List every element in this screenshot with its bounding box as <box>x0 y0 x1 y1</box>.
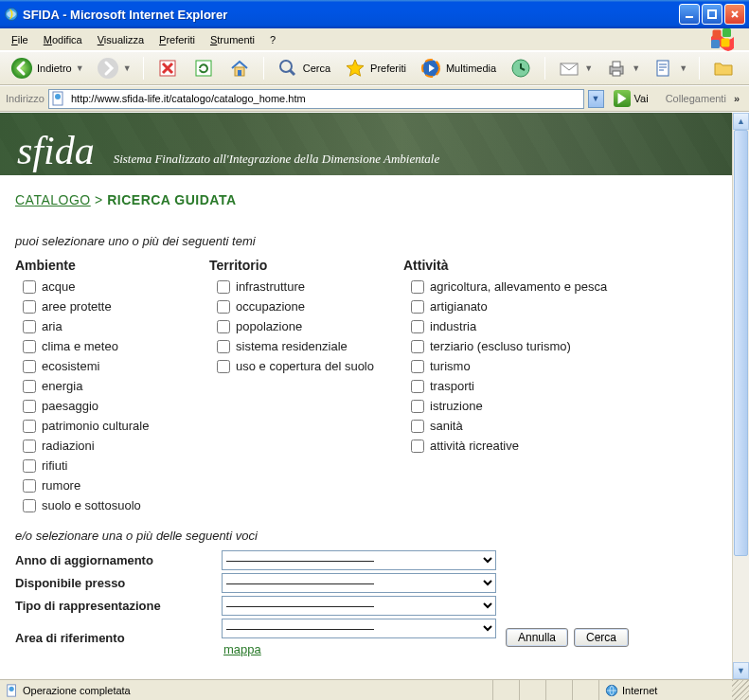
checkbox-ambiente[interactable] <box>23 340 36 353</box>
checkbox-label[interactable]: artigianato <box>430 298 488 315</box>
links-label[interactable]: Collegamenti <box>658 93 726 104</box>
checkbox-ambiente[interactable] <box>23 300 36 314</box>
checkbox-label[interactable]: infrastrutture <box>236 278 305 296</box>
checkbox-attivita[interactable] <box>411 380 424 393</box>
checkbox-label[interactable]: popolazione <box>236 318 302 335</box>
mappa-link[interactable]: mappa <box>223 642 261 656</box>
checkbox-label[interactable]: sanità <box>430 418 463 435</box>
checkbox-attivita[interactable] <box>411 320 424 333</box>
checkbox-territorio[interactable] <box>217 300 230 314</box>
checkbox-attivita[interactable] <box>411 300 424 314</box>
checkbox-ambiente[interactable] <box>23 360 36 373</box>
checkbox-ambiente[interactable] <box>23 400 36 413</box>
checkbox-attivita[interactable] <box>411 280 424 294</box>
stop-button[interactable] <box>152 54 184 82</box>
menu-strumenti[interactable]: Strumenti <box>203 31 262 48</box>
checkbox-label[interactable]: istruzione <box>430 398 483 415</box>
window-close-button[interactable] <box>724 4 745 25</box>
checkbox-label[interactable]: sistema residenziale <box>236 338 348 355</box>
menu-preferiti[interactable]: Preferiti <box>152 31 203 48</box>
checkbox-label[interactable]: occupazione <box>236 298 305 315</box>
window-maximize-button[interactable] <box>702 4 722 25</box>
menu-modifica[interactable]: Modifica <box>36 31 90 48</box>
checkbox-attivita[interactable] <box>411 400 424 413</box>
select-disponibile[interactable]: ————————————— <box>222 573 496 593</box>
discuss-button[interactable] <box>707 54 740 82</box>
menu-help[interactable]: ? <box>262 31 283 48</box>
checkbox-label[interactable]: terziario (escluso turismo) <box>430 338 571 355</box>
select-tipo[interactable]: ————————————— <box>222 596 496 616</box>
history-button[interactable] <box>505 54 537 82</box>
checkbox-label[interactable]: agricoltura, allevamento e pesca <box>430 278 607 296</box>
checkbox-label[interactable]: industria <box>430 318 476 335</box>
mail-button[interactable]: ▼ <box>553 54 597 82</box>
checkbox-label[interactable]: paesaggio <box>42 398 98 415</box>
checkbox-attivita[interactable] <box>411 360 424 373</box>
messenger-button[interactable] <box>743 54 749 82</box>
scrollbar-track[interactable] <box>733 130 749 662</box>
checkbox-ambiente[interactable] <box>23 380 36 393</box>
home-button[interactable] <box>223 54 256 82</box>
checkbox-label[interactable]: attività ricreative <box>430 438 519 455</box>
chevron-down-icon[interactable]: ▼ <box>123 63 131 73</box>
checkbox-label[interactable]: uso e copertura del suolo <box>236 358 374 375</box>
menu-file[interactable]: File <box>4 31 36 48</box>
chevron-down-icon[interactable]: ▼ <box>76 63 83 73</box>
checkbox-ambiente[interactable] <box>23 320 36 333</box>
address-field-wrap[interactable] <box>48 89 584 109</box>
checkbox-label[interactable]: suolo e sottosuolo <box>42 497 141 514</box>
select-area[interactable]: ————————————— <box>222 619 496 638</box>
checkbox-ambiente[interactable] <box>23 440 36 453</box>
checkbox-territorio[interactable] <box>217 360 230 373</box>
checkbox-label[interactable]: aree protette <box>42 298 112 315</box>
refresh-button[interactable] <box>187 54 220 82</box>
checkbox-ambiente[interactable] <box>23 280 36 294</box>
scrollbar-thumb[interactable] <box>734 130 748 556</box>
chevron-down-icon[interactable]: ▼ <box>632 63 639 73</box>
checkbox-territorio[interactable] <box>217 340 230 353</box>
go-button[interactable]: Vai <box>608 88 654 109</box>
checkbox-attivita[interactable] <box>411 440 424 453</box>
back-button[interactable]: Indietro ▼ <box>6 54 88 82</box>
checkbox-territorio[interactable] <box>217 280 230 294</box>
scroll-down-button[interactable]: ▼ <box>733 662 749 679</box>
checkbox-label[interactable]: aria <box>42 318 62 335</box>
select-anno[interactable]: ————————————— <box>222 550 496 570</box>
checkbox-label[interactable]: rumore <box>42 477 80 494</box>
checkbox-label[interactable]: trasporti <box>430 378 474 395</box>
checkbox-label[interactable]: radiazioni <box>42 438 95 455</box>
address-input[interactable] <box>69 92 581 105</box>
breadcrumb-catalogo-link[interactable]: CATALOGO <box>15 192 91 207</box>
checkbox-label[interactable]: patrimonio culturale <box>42 418 149 435</box>
address-dropdown-button[interactable]: ▼ <box>588 90 604 108</box>
toolbar-overflow-icon[interactable]: » <box>730 93 743 104</box>
checkbox-ambiente[interactable] <box>23 420 36 433</box>
checkbox-ambiente[interactable] <box>23 499 36 512</box>
favorites-button[interactable]: Preferiti <box>339 54 411 82</box>
annulla-button[interactable]: Annulla <box>506 628 568 647</box>
checkbox-ambiente[interactable] <box>23 459 36 473</box>
menu-visualizza[interactable]: Visualizza <box>90 31 152 48</box>
vertical-scrollbar[interactable]: ▲ ▼ <box>732 113 749 679</box>
checkbox-label[interactable]: turismo <box>430 358 471 375</box>
chevron-down-icon[interactable]: ▼ <box>679 63 687 73</box>
checkbox-territorio[interactable] <box>217 320 230 333</box>
checkbox-attivita[interactable] <box>411 420 424 433</box>
chevron-down-icon[interactable]: ▼ <box>584 63 592 73</box>
edit-button[interactable]: ▼ <box>648 54 691 82</box>
checkbox-label[interactable]: rifiuti <box>42 458 67 475</box>
cerca-button[interactable]: Cerca <box>574 628 629 647</box>
search-button[interactable]: Cerca <box>272 54 335 82</box>
checkbox-label[interactable]: ecosistemi <box>42 358 99 375</box>
checkbox-label[interactable]: energia <box>42 378 82 395</box>
media-button[interactable]: Multimedia <box>415 54 501 82</box>
resize-grip-icon[interactable] <box>732 680 749 700</box>
checkbox-label[interactable]: clima e meteo <box>42 338 118 355</box>
checkbox-attivita[interactable] <box>411 340 424 353</box>
print-button[interactable]: ▼ <box>600 54 644 82</box>
window-minimize-button[interactable] <box>679 4 700 25</box>
checkbox-ambiente[interactable] <box>23 479 36 493</box>
forward-button[interactable]: ▼ <box>92 54 135 82</box>
checkbox-label[interactable]: acque <box>42 278 75 296</box>
scroll-up-button[interactable]: ▲ <box>733 113 749 130</box>
